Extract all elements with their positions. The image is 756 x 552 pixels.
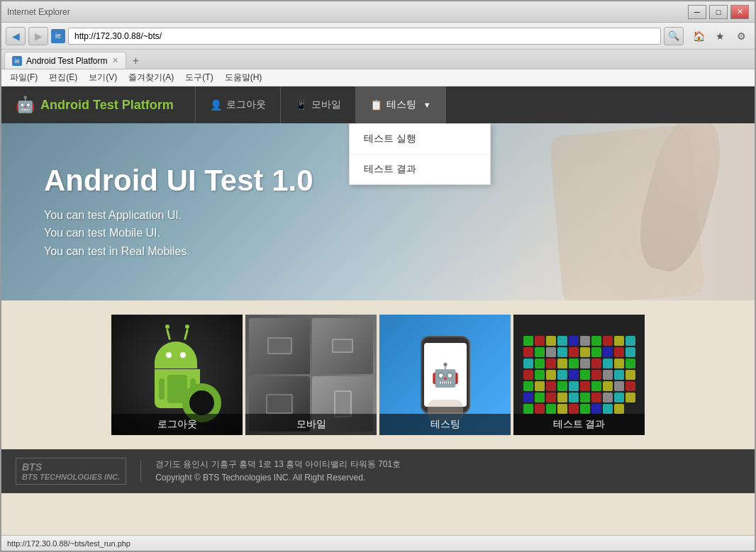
menu-bar: 파일(F) 편집(E) 보기(V) 즐겨찾기(A) 도구(T) 도움말(H) (1, 69, 755, 86)
heat-cell (557, 359, 567, 368)
heat-cell (626, 347, 635, 357)
dropdown-test-results[interactable]: 테스트 결과 (350, 154, 490, 184)
favicon: ie (55, 32, 61, 40)
heat-cell (546, 359, 556, 368)
nav-mobile[interactable]: 📱 모바일 (281, 86, 356, 123)
status-bar: http://172.30.0.88/~bts/test_run.php (1, 535, 755, 551)
heat-cell (557, 336, 567, 346)
heat-cell (626, 336, 635, 346)
footer-address: 경기도 용인시 기흥구 흥덕 1로 13 흥덕 아이티밸리 타워동 701호 (155, 458, 401, 471)
address-input[interactable]: http://172.30.0.88/~bts/ (68, 28, 661, 45)
robot-head (155, 342, 197, 368)
maximize-button[interactable]: □ (709, 5, 728, 19)
heat-cell (591, 370, 601, 380)
dropdown-menu: 테스트 실행 테스트 결과 (349, 123, 491, 185)
address-bar: ◀ ▶ ie http://172.30.0.88/~bts/ 🔍 🏠 ★ ⚙ (1, 23, 755, 50)
new-tab-button[interactable]: + (128, 53, 145, 69)
heat-cell (580, 393, 590, 402)
heat-cell (546, 370, 556, 380)
heat-cell (603, 347, 613, 357)
heat-cell (546, 381, 556, 391)
heat-cell (557, 381, 567, 391)
android-robot-graphic (155, 342, 200, 408)
android-logo-on-phone: 🤖 (431, 361, 460, 388)
heat-cell (614, 347, 624, 357)
heat-cell (626, 359, 635, 368)
heat-cell (523, 336, 533, 346)
mobile-icon: 📱 (295, 99, 307, 111)
heat-cell (569, 336, 579, 346)
heat-cell (591, 381, 601, 391)
heat-cell (523, 404, 533, 414)
window-title: Internet Explorer (7, 7, 70, 17)
heat-cell (580, 359, 590, 368)
minimize-button[interactable]: ─ (688, 5, 706, 19)
tab-title: Android Test Platform (26, 56, 108, 66)
results-card[interactable]: 테스트 결과 (513, 315, 645, 435)
hero-line-2: You can test Mobile UI. (44, 224, 313, 242)
heatmap-grid (515, 327, 644, 422)
footer-logo: BTS BTS TECHNOLOGIES INC. (16, 458, 126, 485)
mobile-card[interactable]: 모바일 (245, 315, 377, 435)
logout-icon: 👤 (210, 99, 222, 111)
dropdown-run-test[interactable]: 테스트 실행 (350, 124, 490, 154)
footer-copyright: Copyright © BTS Technologies INC. All Ri… (155, 471, 401, 485)
heat-cell (523, 381, 533, 391)
status-url: http://172.30.0.88/~bts/test_run.php (7, 539, 130, 548)
heat-cell (614, 393, 624, 402)
heat-cell (580, 370, 590, 380)
heat-cell (580, 381, 590, 391)
back-button[interactable]: ◀ (6, 27, 26, 45)
heat-cell (535, 393, 545, 402)
testing-card[interactable]: 🤖 테스팅 (379, 315, 511, 435)
nav-testing[interactable]: 📋 테스팅 ▼ (356, 86, 446, 123)
testing-label: 테스팅 (387, 98, 416, 111)
tablet-screen-1 (267, 337, 292, 354)
footer-text: 경기도 용인시 기흥구 흥덕 1로 13 흥덕 아이티밸리 타워동 701호 C… (155, 458, 401, 485)
heat-cell (591, 393, 601, 402)
heat-cell (614, 370, 624, 380)
page-content: 🤖 Android Test Platform 👤 로그아웃 📱 모바일 📋 테… (1, 86, 755, 535)
results-card-label: 테스트 결과 (513, 414, 645, 435)
heat-cell (569, 347, 579, 357)
toolbar-icons: 🏠 ★ ⚙ (689, 27, 750, 45)
search-button[interactable]: 🔍 (664, 27, 684, 45)
heat-cell (557, 370, 567, 380)
nav-logout[interactable]: 👤 로그아웃 (195, 86, 281, 123)
heat-cell (535, 347, 545, 357)
heat-cell (591, 347, 601, 357)
menu-tools[interactable]: 도구(T) (179, 70, 218, 85)
tablet-1 (249, 318, 310, 374)
dropdown-arrow-icon: ▼ (423, 101, 431, 109)
menu-edit[interactable]: 편집(E) (43, 70, 83, 85)
site-brand[interactable]: 🤖 Android Test Platform (16, 96, 174, 114)
settings-icon[interactable]: ⚙ (732, 27, 750, 45)
heat-cell (603, 381, 613, 391)
home-icon[interactable]: 🏠 (689, 27, 708, 45)
card-grid: 로그아웃 (1, 300, 755, 449)
close-button[interactable]: ✕ (730, 5, 749, 19)
menu-view[interactable]: 보기(V) (83, 70, 123, 85)
tablet-screen-3 (266, 394, 293, 414)
menu-file[interactable]: 파일(F) (4, 70, 43, 85)
heat-cell (580, 404, 590, 414)
heat-cell (546, 404, 556, 414)
nav-links: 👤 로그아웃 📱 모바일 📋 테스팅 ▼ (195, 86, 446, 123)
antenna-right (183, 329, 188, 340)
heat-cell (523, 359, 533, 368)
heat-cell (580, 347, 590, 357)
menu-help[interactable]: 도움말(H) (219, 70, 268, 85)
hero-line-3: You can test in Real Mobiles. (44, 242, 313, 261)
tab-close-button[interactable]: ✕ (112, 56, 118, 65)
browser-tab[interactable]: ie Android Test Platform ✕ (4, 52, 126, 69)
brand-title: Android Test Platform (40, 98, 174, 113)
bts-logo: BTS BTS TECHNOLOGIES INC. (16, 458, 126, 485)
logout-card[interactable]: 로그아웃 (111, 315, 243, 435)
forward-button[interactable]: ▶ (28, 27, 48, 45)
favorites-icon[interactable]: ★ (711, 27, 729, 45)
heat-cell (535, 359, 545, 368)
menu-favorites[interactable]: 즐겨찾기(A) (123, 70, 179, 85)
heat-cell (591, 336, 601, 346)
heat-cell (569, 393, 579, 402)
heat-cell (535, 404, 545, 414)
